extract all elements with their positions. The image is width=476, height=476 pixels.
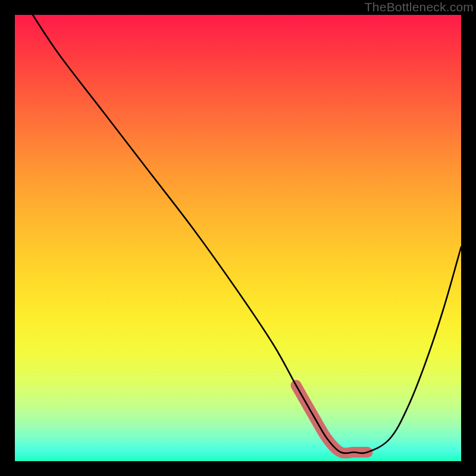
bottleneck-curve bbox=[33, 15, 461, 453]
chart-svg bbox=[15, 15, 461, 461]
chart-container: TheBottleneck.com bbox=[0, 0, 476, 476]
plot-area bbox=[15, 15, 461, 461]
highlight-segment bbox=[296, 386, 368, 453]
watermark-text: TheBottleneck.com bbox=[365, 0, 474, 14]
